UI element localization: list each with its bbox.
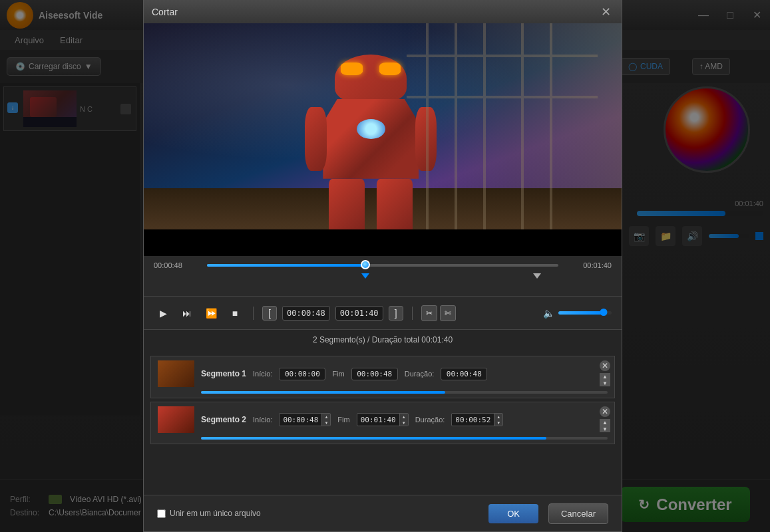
spinbox-arrows-fim: ▲ ▼ <box>399 414 408 426</box>
dialog-footer: Unir em um único arquivo OK Cancelar <box>144 495 622 531</box>
temple-bg <box>407 23 598 229</box>
segment-2-move-down-button[interactable]: ▼ <box>600 426 610 432</box>
segment-2-delete-button[interactable]: ✕ <box>600 406 610 417</box>
segment-2-progress-row <box>158 437 608 440</box>
segment-1-fim-label: Fim <box>332 370 344 378</box>
separator-2 <box>412 307 413 320</box>
fim-down-arrow[interactable]: ▼ <box>400 420 408 426</box>
segment-list: Segmento 1 Início: 00:00:00 Fim 00:00:48… <box>144 349 622 495</box>
merge-label: Unir em um único arquivo <box>170 509 261 518</box>
segment-2-fim-label: Fim <box>337 416 349 424</box>
segment-1-delete-button[interactable]: ✕ <box>600 360 610 371</box>
cut-icon[interactable]: ✂ <box>421 305 437 321</box>
inicio-down-arrow[interactable]: ▼ <box>322 420 330 426</box>
video-scene <box>144 23 622 229</box>
scrubber-marker <box>361 273 369 279</box>
spinbox-arrows-inicio: ▲ ▼ <box>321 414 330 426</box>
dialog-title: Cortar <box>152 7 178 17</box>
segment-1-move-up-button[interactable]: ▲ <box>600 373 610 380</box>
segment-item-1: Segmento 1 Início: 00:00:00 Fim 00:00:48… <box>150 356 615 398</box>
segment-1-duracao-label: Duração: <box>405 370 435 378</box>
segment-1-label: Segmento 1 <box>201 369 246 378</box>
segment-2-duracao-label: Duração: <box>415 416 445 424</box>
segment-1-move-buttons: ▲ ▼ <box>600 373 610 386</box>
segment-2-duracao-value: 00:00:52 <box>452 414 494 426</box>
spinbox-arrows-duracao: ▲ ▼ <box>494 414 502 426</box>
volume-controls: 🔈 <box>543 308 612 319</box>
segment-2-move-up-button[interactable]: ▲ <box>600 419 610 426</box>
segment-1-duracao-value: 00:00:48 <box>441 368 487 380</box>
fim-up-arrow[interactable]: ▲ <box>400 414 408 420</box>
volume-thumb[interactable] <box>600 309 608 316</box>
merge-files-checkbox[interactable]: Unir em um único arquivo <box>157 509 261 518</box>
segment-2-label: Segmento 2 <box>201 415 246 424</box>
merge-checkbox-input[interactable] <box>157 509 166 518</box>
separator-1 <box>253 307 254 320</box>
duracao-up-arrow[interactable]: ▲ <box>494 414 502 420</box>
controls-bar: ▶ ⏭ ⏩ ■ [ 00:00:48 00:01:40 ] ✂ ✄ 🔈 <box>144 296 622 329</box>
segment-1-progress-fill <box>201 391 445 394</box>
fast-forward-button[interactable]: ⏭ <box>178 304 196 323</box>
dialog-cortar: Cortar ✕ <box>143 0 622 532</box>
segment-2-duracao-spinbox[interactable]: 00:00:52 ▲ ▼ <box>451 413 503 426</box>
segment-2-progress-bar <box>201 437 608 440</box>
dialog-titlebar: Cortar ✕ <box>144 0 622 23</box>
segment-1-thumbnail <box>158 360 194 387</box>
scrubber-track[interactable] <box>207 264 558 267</box>
segment-item-2: Segmento 2 Início: 00:00:48 ▲ ▼ Fim 00:0… <box>150 402 615 444</box>
segment-2-fim-value: 00:01:40 <box>357 414 399 426</box>
duracao-down-arrow[interactable]: ▼ <box>494 420 502 426</box>
volume-fill <box>558 311 604 315</box>
stop-button[interactable]: ■ <box>226 304 244 323</box>
segment-2-progress-fill <box>201 437 546 440</box>
frame-advance-button[interactable]: ⏩ <box>202 304 220 323</box>
segment-2-header: Segmento 2 Início: 00:00:48 ▲ ▼ Fim 00:0… <box>158 406 608 433</box>
timecode-end[interactable]: 00:01:40 <box>335 306 383 321</box>
volume-icon: 🔈 <box>543 308 554 319</box>
segment-2-move-buttons: ▲ ▼ <box>600 419 610 432</box>
segment-2-inicio-label: Início: <box>253 416 272 424</box>
video-black-bar <box>144 229 622 256</box>
timeline-area: 00:00:48 00:01:40 <box>144 256 622 296</box>
segment-2-thumbnail <box>158 406 194 433</box>
play-button[interactable]: ▶ <box>154 304 172 323</box>
cut-icons: ✂ ✄ <box>421 305 456 321</box>
scrubber-end-marker <box>533 273 541 279</box>
segment-2-inicio-spinbox[interactable]: 00:00:48 ▲ ▼ <box>279 413 331 426</box>
segments-count: 2 Segmento(s) / Duração total 00:01:40 <box>313 335 453 344</box>
scissors-icon[interactable]: ✄ <box>440 305 456 321</box>
scrubber-thumb[interactable] <box>361 260 370 269</box>
segment-1-progress-row <box>158 391 608 394</box>
segment-1-header: Segmento 1 Início: 00:00:00 Fim 00:00:48… <box>158 360 608 387</box>
segment-1-progress-bar <box>201 391 608 394</box>
segment-1-fim-value: 00:00:48 <box>351 368 398 380</box>
video-preview <box>144 23 622 229</box>
timecode-start[interactable]: 00:00:48 <box>282 306 330 321</box>
bracket-start-button[interactable]: [ <box>262 306 277 321</box>
dialog-close-button[interactable]: ✕ <box>598 4 614 20</box>
timeline-row: 00:00:48 00:01:40 <box>154 261 612 269</box>
segment-2-inicio-value: 00:00:48 <box>280 414 321 426</box>
segment-1-move-down-button[interactable]: ▼ <box>600 380 610 386</box>
segments-info: 2 Segmento(s) / Duração total 00:01:40 <box>144 329 622 349</box>
cancel-button[interactable]: Cancelar <box>548 503 608 524</box>
ok-button[interactable]: OK <box>488 504 538 523</box>
time-end-label: 00:01:40 <box>568 261 612 269</box>
time-start-label: 00:00:48 <box>154 261 197 269</box>
bracket-end-button[interactable]: ] <box>389 306 403 321</box>
segment-1-inicio-label: Início: <box>253 370 272 378</box>
scrubber-fill <box>207 264 365 267</box>
segment-2-fim-spinbox[interactable]: 00:01:40 ▲ ▼ <box>357 413 409 426</box>
volume-bar[interactable] <box>558 311 612 315</box>
segment-1-inicio-value: 00:00:00 <box>279 368 325 380</box>
inicio-up-arrow[interactable]: ▲ <box>322 414 330 420</box>
